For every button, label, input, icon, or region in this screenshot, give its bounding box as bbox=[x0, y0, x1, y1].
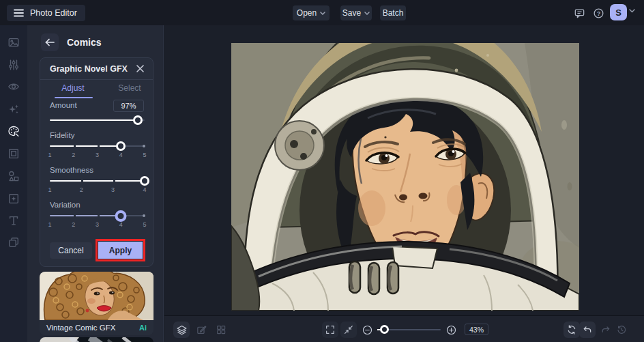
sidebar-item-touch-up[interactable] bbox=[8, 81, 20, 93]
fidelity-slider[interactable] bbox=[50, 141, 145, 152]
sidebar-item-artsy[interactable] bbox=[8, 125, 20, 137]
smoothness-slider[interactable] bbox=[50, 175, 145, 186]
undo-button[interactable] bbox=[579, 322, 596, 338]
app-title: Photo Editor bbox=[30, 8, 77, 18]
batch-button[interactable]: Batch bbox=[380, 5, 406, 20]
main-menu-button[interactable]: Photo Editor bbox=[7, 5, 85, 21]
smoothness-slider-handle[interactable] bbox=[140, 176, 149, 186]
panel-title: Comics bbox=[67, 37, 102, 48]
reset-icon bbox=[566, 324, 577, 335]
canvas-image[interactable] bbox=[231, 43, 579, 311]
layers-button[interactable] bbox=[173, 322, 190, 338]
zoom-slider-handle[interactable] bbox=[380, 325, 389, 334]
sidebar-item-adjust[interactable] bbox=[8, 59, 20, 71]
grid-icon bbox=[216, 324, 226, 335]
sidebar-item-layers[interactable] bbox=[8, 236, 20, 248]
image-icon bbox=[8, 36, 20, 48]
smoothness-ticks: 1 2 3 4 bbox=[50, 186, 145, 193]
ai-badge: Ai bbox=[139, 324, 147, 332]
text-icon bbox=[8, 214, 20, 227]
eye-icon bbox=[8, 81, 20, 93]
reset-button[interactable] bbox=[564, 322, 580, 338]
help-icon[interactable]: ? bbox=[591, 5, 606, 20]
open-label: Open bbox=[297, 8, 317, 18]
variation-slider-handle[interactable] bbox=[115, 210, 127, 222]
shapes-icon bbox=[8, 170, 20, 182]
sidebar-item-photo[interactable] bbox=[8, 36, 20, 48]
sliders-icon bbox=[8, 59, 20, 71]
preset-vintage-comic-gfx[interactable]: Vintage Comic GFX Ai bbox=[40, 272, 153, 335]
bottom-toolbar: 43% bbox=[164, 315, 644, 342]
sidebar-item-effects[interactable] bbox=[8, 103, 20, 115]
hamburger-icon bbox=[14, 9, 24, 17]
preset-title: Vintage Comic GFX bbox=[46, 324, 115, 332]
fullscreen-icon bbox=[325, 324, 336, 335]
top-bar: Photo Editor Open Save Batch ? S bbox=[0, 0, 644, 25]
history-icon bbox=[616, 324, 627, 335]
layers-icon bbox=[176, 324, 188, 336]
preset-label-bar: Vintage Comic GFX Ai bbox=[40, 320, 153, 335]
sidebar-item-frames[interactable] bbox=[8, 147, 20, 160]
tool-title: Graphic Novel GFX bbox=[50, 64, 128, 74]
divider bbox=[40, 79, 153, 80]
templates-grid-button[interactable] bbox=[213, 322, 229, 338]
arrow-left-icon bbox=[45, 38, 55, 46]
fit-screen-button[interactable] bbox=[340, 322, 357, 338]
save-label: Save bbox=[342, 8, 361, 18]
variation-label: Variation bbox=[50, 201, 80, 209]
apply-button[interactable]: Apply bbox=[98, 242, 143, 259]
sparkles-icon bbox=[8, 103, 20, 115]
zoom-out-button[interactable] bbox=[359, 322, 375, 338]
fidelity-slider-handle[interactable] bbox=[116, 141, 126, 151]
tool-sidebar bbox=[0, 25, 27, 342]
batch-label: Batch bbox=[383, 8, 404, 18]
tab-select[interactable]: Select bbox=[106, 83, 153, 98]
photo-editor-app: Photo Editor Open Save Batch ? S bbox=[0, 0, 644, 342]
amount-slider[interactable] bbox=[50, 115, 145, 126]
amount-label: Amount bbox=[50, 101, 77, 109]
redo-button[interactable] bbox=[598, 322, 614, 338]
active-tab-underline bbox=[55, 97, 93, 98]
amount-slider-handle[interactable] bbox=[133, 115, 143, 125]
cancel-button[interactable]: Cancel bbox=[50, 242, 92, 259]
back-button[interactable] bbox=[41, 33, 59, 51]
user-avatar[interactable]: S bbox=[610, 4, 627, 20]
preset-thumbnail bbox=[40, 272, 153, 320]
edit-canvas-icon bbox=[196, 324, 207, 336]
zoom-percentage: 43% bbox=[465, 324, 488, 335]
chat-icon[interactable] bbox=[572, 5, 587, 20]
fit-screen-icon bbox=[343, 324, 354, 335]
zoom-out-icon bbox=[362, 324, 373, 336]
tab-adjust[interactable]: Adjust bbox=[49, 83, 97, 98]
redo-icon bbox=[600, 324, 611, 335]
apply-highlight-box: Apply bbox=[96, 239, 145, 261]
save-button[interactable]: Save bbox=[340, 5, 372, 20]
sidebar-item-overlays[interactable] bbox=[8, 193, 20, 205]
variation-ticks: 1 2 3 4 5 bbox=[50, 221, 145, 228]
sidebar-item-graphics[interactable] bbox=[8, 170, 20, 182]
layers-copy-icon bbox=[8, 236, 20, 248]
svg-text:?: ? bbox=[596, 10, 600, 16]
fidelity-label: Fidelity bbox=[50, 131, 74, 139]
zoom-in-button[interactable] bbox=[443, 322, 459, 338]
edit-canvas-button[interactable] bbox=[193, 322, 209, 338]
fullscreen-button[interactable] bbox=[322, 322, 338, 338]
frame-icon bbox=[8, 147, 20, 160]
avatar-initial: S bbox=[615, 8, 621, 18]
account-chevron-down-icon[interactable] bbox=[629, 9, 635, 13]
history-button[interactable] bbox=[613, 322, 630, 338]
canvas-area bbox=[164, 25, 644, 315]
chevron-down-icon bbox=[320, 12, 325, 15]
chevron-down-icon bbox=[364, 12, 370, 15]
sidebar-item-text[interactable] bbox=[8, 214, 20, 227]
fidelity-ticks: 1 2 3 4 5 bbox=[50, 152, 145, 158]
variation-slider[interactable] bbox=[50, 210, 145, 221]
open-button[interactable]: Open bbox=[293, 5, 330, 20]
amount-value: 97% bbox=[113, 100, 144, 112]
zoom-in-icon bbox=[445, 324, 457, 336]
smoothness-label: Smoothness bbox=[50, 166, 93, 174]
palette-icon bbox=[8, 125, 20, 137]
undo-icon bbox=[582, 324, 593, 335]
close-icon[interactable] bbox=[136, 64, 145, 74]
preset-next-thumbnail[interactable] bbox=[40, 337, 153, 342]
